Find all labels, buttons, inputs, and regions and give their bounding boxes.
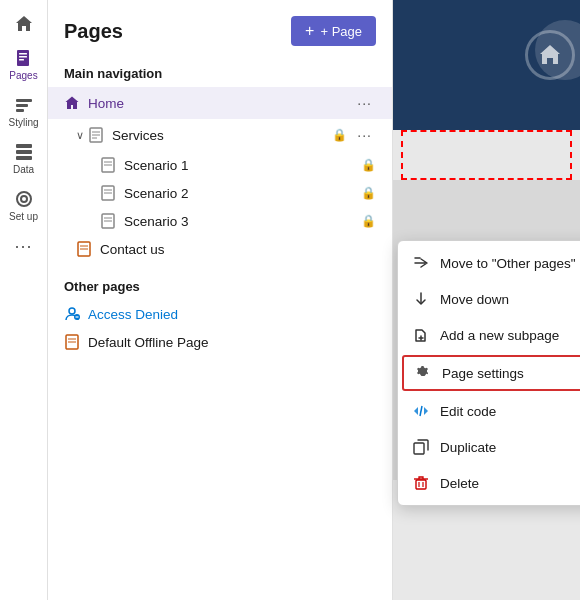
svg-point-26 <box>69 308 75 314</box>
scenario3-icon <box>100 213 116 229</box>
sidebar-item-setup[interactable]: Set up <box>0 183 47 228</box>
svg-marker-35 <box>414 407 418 415</box>
contact-icon <box>76 241 92 257</box>
services-chevron-icon: ∨ <box>76 129 84 142</box>
services-lock-icon: 🔒 <box>332 128 347 142</box>
setup-icon <box>14 189 34 209</box>
scenario1-icon <box>100 157 116 173</box>
preview-red-outline <box>401 130 572 180</box>
plus-icon: + <box>305 22 314 40</box>
sidebar-item-data[interactable]: Data <box>0 136 47 181</box>
other-pages-section-label: Other pages <box>48 271 392 300</box>
svg-rect-5 <box>16 104 28 107</box>
add-subpage-icon <box>412 326 430 344</box>
sidebar-item-home[interactable] <box>0 8 47 40</box>
home-more-button[interactable]: ··· <box>353 93 376 113</box>
svg-rect-2 <box>19 56 27 58</box>
svg-line-37 <box>420 406 422 416</box>
home-actions: ··· <box>353 93 376 113</box>
scenario2-actions: 🔒 <box>361 186 376 200</box>
nav-item-offline[interactable]: Default Offline Page <box>48 328 392 356</box>
page-title: Pages <box>64 20 123 43</box>
delete-label: Delete <box>440 476 479 491</box>
nav-item-scenario3[interactable]: Scenario 3 🔒 <box>48 207 392 235</box>
context-menu-item-edit-code[interactable]: Edit code <box>398 393 580 429</box>
more-icon: ··· <box>14 236 32 257</box>
scenario3-actions: 🔒 <box>361 214 376 228</box>
sidebar-item-more[interactable]: ··· <box>0 230 47 263</box>
svg-rect-8 <box>16 150 32 154</box>
context-menu-item-delete[interactable]: Delete <box>398 465 580 501</box>
access-denied-icon <box>64 306 80 322</box>
context-menu: Move to "Other pages" Move down Add a ne… <box>397 240 580 506</box>
nav-item-contact[interactable]: Contact us <box>48 235 392 263</box>
svg-rect-39 <box>416 480 426 489</box>
sidebar-data-label: Data <box>13 164 34 175</box>
preview-header <box>393 0 580 130</box>
nav-item-access-denied[interactable]: Access Denied <box>48 300 392 328</box>
svg-rect-0 <box>17 50 29 66</box>
nav-item-home[interactable]: Home ··· <box>48 87 392 119</box>
pages-header: Pages + + Page <box>48 0 392 58</box>
move-other-label: Move to "Other pages" <box>440 256 576 271</box>
access-denied-label: Access Denied <box>88 307 376 322</box>
services-page-icon <box>88 127 104 143</box>
main-panel: Pages + + Page Main navigation Home ··· … <box>48 0 393 600</box>
sidebar-setup-label: Set up <box>9 211 38 222</box>
home-icon <box>14 14 34 34</box>
context-menu-item-move-other[interactable]: Move to "Other pages" <box>398 245 580 281</box>
move-other-icon <box>412 254 430 272</box>
offline-label: Default Offline Page <box>88 335 376 350</box>
offline-icon <box>64 334 80 350</box>
home-nav-label: Home <box>88 96 353 111</box>
nav-item-services[interactable]: ∨ Services 🔒 ··· <box>48 119 392 151</box>
nav-item-scenario1[interactable]: Scenario 1 🔒 <box>48 151 392 179</box>
add-page-button[interactable]: + + Page <box>291 16 376 46</box>
sidebar-item-pages[interactable]: Pages <box>0 42 47 87</box>
scenario1-lock-icon: 🔒 <box>361 158 376 172</box>
svg-rect-9 <box>16 156 32 160</box>
svg-rect-1 <box>19 53 27 55</box>
add-page-label: + Page <box>320 24 362 39</box>
add-subpage-label: Add a new subpage <box>440 328 559 343</box>
services-actions: 🔒 ··· <box>332 125 376 145</box>
scenario1-label: Scenario 1 <box>124 158 361 173</box>
sidebar-item-styling[interactable]: Styling <box>0 89 47 134</box>
move-down-icon <box>412 290 430 308</box>
sidebar: Pages Styling Data Set up ··· <box>0 0 48 600</box>
main-nav-section-label: Main navigation <box>48 58 392 87</box>
page-settings-label: Page settings <box>442 366 524 381</box>
svg-rect-4 <box>16 99 32 102</box>
scenario2-icon <box>100 185 116 201</box>
scenario1-actions: 🔒 <box>361 158 376 172</box>
context-menu-item-page-settings[interactable]: Page settings <box>402 355 580 391</box>
duplicate-icon <box>412 438 430 456</box>
gear-icon <box>414 364 432 382</box>
svg-marker-36 <box>424 407 428 415</box>
pages-icon <box>14 48 34 68</box>
delete-icon <box>412 474 430 492</box>
svg-rect-3 <box>19 59 24 61</box>
context-menu-item-add-subpage[interactable]: Add a new subpage <box>398 317 580 353</box>
data-icon <box>14 142 34 162</box>
svg-rect-6 <box>16 109 24 112</box>
edit-code-icon <box>412 402 430 420</box>
move-down-label: Move down <box>440 292 509 307</box>
context-menu-item-duplicate[interactable]: Duplicate <box>398 429 580 465</box>
preview-circle-icon <box>525 30 575 80</box>
home-page-icon <box>64 95 80 111</box>
edit-code-label: Edit code <box>440 404 496 419</box>
main-nav-list: Home ··· ∨ Services 🔒 ··· Scenario 1 � <box>48 87 392 263</box>
scenario2-label: Scenario 2 <box>124 186 361 201</box>
nav-item-scenario2[interactable]: Scenario 2 🔒 <box>48 179 392 207</box>
services-more-button[interactable]: ··· <box>353 125 376 145</box>
scenario2-lock-icon: 🔒 <box>361 186 376 200</box>
other-pages-list: Access Denied Default Offline Page <box>48 300 392 356</box>
duplicate-label: Duplicate <box>440 440 496 455</box>
scenario3-lock-icon: 🔒 <box>361 214 376 228</box>
svg-rect-38 <box>414 443 424 454</box>
context-menu-item-move-down[interactable]: Move down <box>398 281 580 317</box>
services-nav-label: Services <box>112 128 332 143</box>
contact-label: Contact us <box>100 242 376 257</box>
styling-icon <box>14 95 34 115</box>
